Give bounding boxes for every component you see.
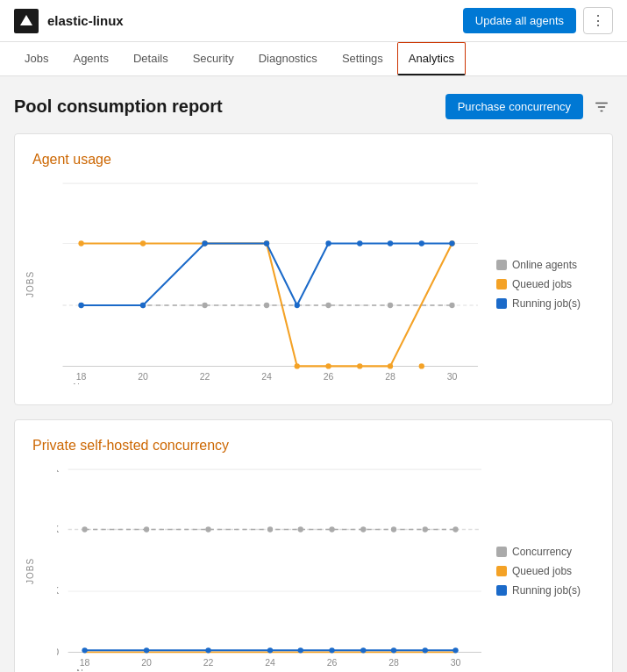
- legend-running-jobs: Running job(s): [496, 297, 595, 310]
- svg-point-73: [82, 648, 87, 654]
- purchase-concurrency-button[interactable]: Purchase concurrency: [445, 94, 583, 119]
- legend-dot-blue: [496, 298, 507, 309]
- svg-text:18: 18: [76, 371, 87, 382]
- concurrency-y-label: JOBS: [25, 558, 35, 584]
- svg-marker-0: [20, 15, 32, 25]
- nav-item-diagnostics[interactable]: Diagnostics: [248, 43, 328, 75]
- svg-point-81: [423, 648, 428, 654]
- nav-item-details[interactable]: Details: [123, 43, 179, 75]
- svg-text:Nov: Nov: [76, 668, 93, 671]
- nav-item-analytics[interactable]: Analytics: [397, 42, 466, 75]
- svg-point-82: [452, 648, 458, 654]
- svg-point-80: [391, 648, 396, 654]
- svg-point-35: [78, 303, 83, 308]
- svg-point-62: [82, 527, 87, 533]
- svg-point-70: [423, 527, 428, 533]
- concurrency-legend: Concurrency Queued jobs Running job(s): [489, 468, 595, 672]
- svg-text:30: 30: [447, 371, 458, 382]
- svg-point-29: [295, 363, 300, 368]
- legend-concurrency: Concurrency: [496, 546, 595, 558]
- legend-dot-orange: [496, 279, 507, 290]
- page-actions: Purchase concurrency: [445, 94, 613, 119]
- page-header: Pool consumption report Purchase concurr…: [14, 94, 613, 119]
- legend-concurrency-queued: Queued jobs: [496, 565, 595, 577]
- agent-usage-title: Agent usage: [32, 152, 595, 168]
- legend-concurrency-running-label: Running job(s): [512, 584, 581, 597]
- svg-text:15K: 15K: [57, 468, 59, 474]
- svg-point-66: [298, 527, 303, 533]
- svg-text:24: 24: [261, 371, 272, 382]
- agent-usage-svg: 6 4 2 0 18 Nov 20 22 24 26 28: [53, 182, 496, 384]
- agent-usage-card: Agent usage JOBS 6 4 2 0: [14, 133, 613, 405]
- svg-text:20: 20: [141, 658, 152, 668]
- navigation: Jobs Agents Details Security Diagnostics…: [0, 42, 627, 76]
- svg-point-39: [295, 303, 300, 308]
- svg-point-42: [388, 240, 393, 246]
- svg-point-33: [419, 363, 424, 368]
- concurrency-title: Private self-hosted concurrency: [32, 438, 595, 454]
- page-title: Pool consumption report: [14, 97, 223, 117]
- svg-point-43: [419, 240, 424, 246]
- svg-text:26: 26: [327, 658, 338, 668]
- org-name: elastic-linux: [47, 13, 124, 28]
- header-right: Update all agents ⋮: [463, 7, 613, 34]
- svg-point-36: [140, 303, 146, 308]
- agent-usage-legend: Online agents Queued jobs Running job(s): [489, 182, 595, 387]
- nav-item-agents[interactable]: Agents: [62, 43, 118, 75]
- svg-point-64: [205, 527, 210, 533]
- concurrency-svg: 15K 10K 5.0K 0 18 Nov 20 22 24 26 28: [57, 468, 500, 670]
- svg-point-63: [144, 527, 149, 533]
- agent-usage-chart-area: JOBS 6 4 2 0 18 Nov 2: [32, 182, 595, 387]
- svg-point-44: [449, 240, 454, 246]
- agent-usage-y-label: JOBS: [25, 271, 35, 297]
- svg-point-79: [360, 648, 366, 654]
- legend-concurrency-label: Concurrency: [512, 546, 572, 558]
- svg-text:22: 22: [200, 371, 210, 382]
- svg-point-65: [267, 527, 273, 533]
- svg-point-74: [144, 648, 149, 654]
- nav-item-settings[interactable]: Settings: [331, 43, 394, 75]
- svg-text:26: 26: [324, 371, 334, 382]
- concurrency-chart-wrapper: JOBS 15K 10K 5.0K 0 18 Nov 20 22 2: [32, 468, 475, 672]
- svg-point-32: [388, 363, 393, 368]
- svg-text:Nov: Nov: [73, 382, 89, 385]
- agent-usage-chart-wrapper: JOBS 6 4 2 0 18 Nov 2: [32, 182, 475, 387]
- svg-point-26: [140, 240, 146, 246]
- legend-concurrency-running: Running job(s): [496, 584, 595, 597]
- svg-text:18: 18: [80, 658, 90, 668]
- legend-label-online: Online agents: [512, 259, 577, 271]
- concurrency-chart-area: JOBS 15K 10K 5.0K 0 18 Nov 20 22 2: [32, 468, 595, 672]
- page-content: Pool consumption report Purchase concurr…: [0, 76, 627, 672]
- svg-point-21: [264, 303, 269, 308]
- svg-point-75: [205, 648, 210, 654]
- svg-text:4: 4: [53, 238, 54, 248]
- svg-point-23: [388, 303, 393, 308]
- filter-button[interactable]: [590, 96, 613, 118]
- svg-point-38: [264, 240, 269, 246]
- legend-dot-gray: [496, 260, 507, 270]
- svg-point-37: [202, 240, 207, 246]
- svg-point-20: [202, 303, 207, 308]
- svg-text:22: 22: [203, 658, 214, 668]
- svg-point-67: [329, 527, 334, 533]
- svg-point-25: [78, 240, 83, 246]
- nav-item-jobs[interactable]: Jobs: [14, 43, 59, 75]
- logo-icon: [14, 9, 39, 33]
- svg-point-31: [357, 363, 362, 368]
- nav-item-security[interactable]: Security: [182, 43, 245, 75]
- svg-point-69: [391, 527, 396, 533]
- svg-point-76: [267, 648, 273, 654]
- funnel-icon: [594, 99, 609, 115]
- svg-point-78: [329, 648, 334, 654]
- more-options-button[interactable]: ⋮: [583, 7, 613, 34]
- svg-text:20: 20: [138, 371, 148, 382]
- svg-text:28: 28: [385, 371, 395, 382]
- svg-text:30: 30: [451, 658, 461, 668]
- legend-concurrency-queued-label: Queued jobs: [512, 565, 572, 577]
- svg-text:0: 0: [57, 647, 59, 657]
- legend-label-queued: Queued jobs: [512, 278, 572, 290]
- svg-text:24: 24: [265, 658, 275, 668]
- legend-online-agents: Online agents: [496, 259, 595, 271]
- svg-text:28: 28: [388, 658, 399, 668]
- update-all-agents-button[interactable]: Update all agents: [463, 8, 576, 33]
